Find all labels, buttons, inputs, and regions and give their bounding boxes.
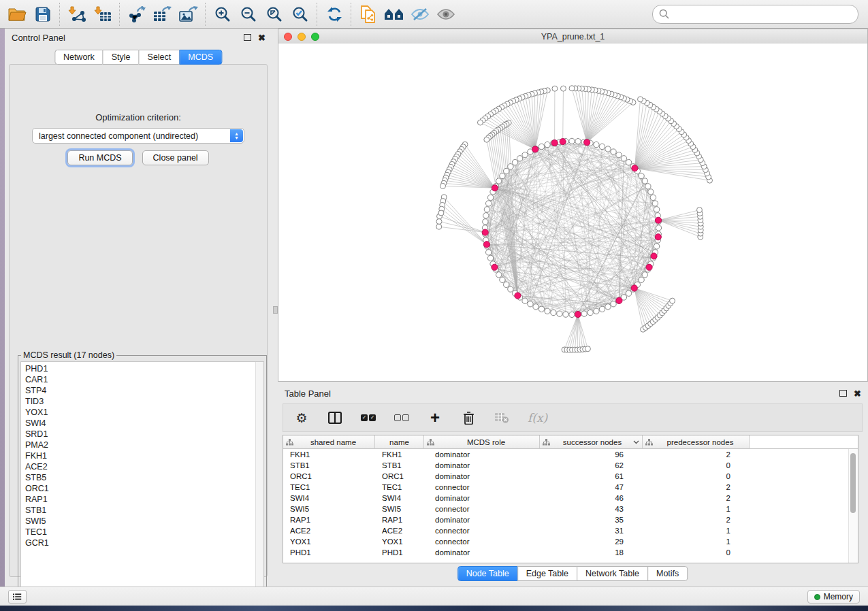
graph-node[interactable] — [599, 144, 605, 149]
tab-network-table[interactable]: Network Table — [577, 566, 648, 581]
graph-node[interactable] — [487, 255, 493, 261]
export-image-button[interactable] — [176, 2, 202, 27]
graph-node[interactable] — [645, 184, 651, 189]
refresh-button[interactable] — [321, 2, 347, 27]
column-header-successor[interactable]: successor nodes — [540, 435, 643, 449]
graph-node[interactable] — [696, 208, 702, 213]
column-header-shared_name[interactable]: shared name — [283, 435, 375, 449]
graph-node[interactable] — [632, 165, 638, 171]
graph-node[interactable] — [575, 139, 581, 144]
graph-node[interactable] — [436, 224, 442, 229]
search-input[interactable] — [673, 9, 858, 20]
tab-node-table[interactable]: Node Table — [457, 566, 518, 581]
table-row[interactable]: TEC1TEC1connector472 — [283, 482, 858, 493]
export-table-button[interactable] — [150, 2, 176, 27]
graph-node[interactable] — [569, 86, 575, 91]
zoom-in-button[interactable] — [210, 2, 236, 27]
graph-node[interactable] — [655, 234, 661, 240]
graph-node[interactable] — [588, 310, 593, 315]
graph-node[interactable] — [440, 183, 446, 188]
optimization-criterion-select[interactable]: largest connected component (undirected)… — [32, 128, 244, 144]
mcds-result-item[interactable]: TEC1 — [25, 527, 263, 538]
add-row-icon[interactable]: + — [428, 410, 443, 426]
memory-button[interactable]: Memory — [807, 590, 860, 604]
mcds-result-item[interactable]: STB5 — [25, 472, 263, 483]
import-table-button[interactable] — [90, 2, 116, 27]
graph-node[interactable] — [642, 178, 647, 184]
graph-node[interactable] — [482, 229, 488, 235]
graph-node[interactable] — [575, 312, 581, 318]
graph-node[interactable] — [484, 207, 489, 212]
graph-node[interactable] — [545, 308, 550, 314]
table-row[interactable]: ACE2ACE2connector311 — [283, 525, 858, 536]
table-row[interactable]: SWI5SWI5connector431 — [283, 503, 858, 514]
graph-node[interactable] — [611, 149, 616, 154]
save-session-button[interactable] — [30, 2, 56, 27]
graph-node[interactable] — [656, 225, 661, 231]
graph-node[interactable] — [650, 195, 656, 200]
graph-node[interactable] — [533, 304, 539, 310]
graph-node[interactable] — [436, 219, 442, 225]
float-panel-icon[interactable] — [244, 33, 251, 43]
mcds-result-item[interactable]: GCR1 — [25, 538, 263, 548]
graph-node[interactable] — [585, 346, 590, 352]
zoom-selected-button[interactable] — [287, 2, 313, 27]
graph-node[interactable] — [648, 189, 654, 195]
graph-node[interactable] — [569, 138, 575, 144]
hide-selected-button[interactable] — [407, 2, 433, 27]
graph-node[interactable] — [584, 139, 590, 146]
mcds-result-item[interactable]: SWI5 — [25, 516, 263, 527]
tab-select[interactable]: Select — [139, 50, 180, 65]
graph-node[interactable] — [569, 312, 575, 317]
column-header-name[interactable]: name — [375, 435, 424, 449]
mcds-result-item[interactable]: YOX1 — [25, 407, 263, 418]
tab-mcds[interactable]: MCDS — [179, 50, 222, 65]
graph-node[interactable] — [605, 304, 611, 310]
graph-node[interactable] — [581, 311, 587, 316]
table-row[interactable]: RAP1RAP1dominator352 — [283, 514, 858, 525]
graph-node[interactable] — [515, 293, 521, 299]
table-settings-icon[interactable]: ⚙ — [294, 410, 309, 426]
graph-node[interactable] — [599, 306, 605, 312]
mcds-result-item[interactable]: CAR1 — [25, 374, 263, 385]
graph-node[interactable] — [626, 291, 631, 296]
graph-node[interactable] — [551, 139, 558, 146]
mcds-result-item[interactable]: PHD1 — [25, 363, 263, 374]
result-scrollbar[interactable] — [255, 362, 263, 604]
graph-node[interactable] — [563, 312, 568, 317]
close-panel-button[interactable]: Close panel — [142, 150, 209, 165]
graph-node[interactable] — [594, 142, 599, 147]
mcds-result-item[interactable]: ORC1 — [25, 483, 263, 494]
graph-node[interactable] — [646, 264, 652, 270]
graph-node[interactable] — [539, 306, 544, 312]
task-history-button[interactable] — [8, 590, 27, 604]
graph-node[interactable] — [492, 185, 498, 191]
tab-style[interactable]: Style — [103, 50, 140, 65]
graph-node[interactable] — [651, 253, 657, 259]
graph-node[interactable] — [486, 250, 492, 255]
delete-rows-icon[interactable] — [461, 410, 476, 426]
table-row[interactable]: ORC1ORC1dominator610 — [283, 471, 858, 482]
graph-node[interactable] — [631, 285, 637, 291]
graph-node[interactable] — [638, 97, 643, 102]
graph-node[interactable] — [642, 272, 647, 278]
mcds-result-list[interactable]: PHD1CAR1STP4TID3YOX1SWI4SRD1PMA2FKH1ACE2… — [20, 361, 264, 605]
graph-node[interactable] — [654, 207, 659, 212]
graph-node[interactable] — [594, 308, 599, 314]
show-columns-icon[interactable] — [327, 410, 342, 426]
graph-node[interactable] — [626, 159, 631, 165]
graph-node[interactable] — [500, 277, 505, 282]
table-scrollbar[interactable] — [848, 449, 858, 563]
mcds-result-item[interactable]: FKH1 — [25, 450, 263, 461]
graph-node[interactable] — [621, 156, 626, 161]
table-row[interactable]: PHD1PHD1dominator180 — [283, 547, 858, 558]
graph-node[interactable] — [560, 86, 566, 91]
table-row[interactable]: YOX1YOX1connector291 — [283, 536, 858, 547]
table-row[interactable]: FKH1FKH1dominator962 — [283, 449, 858, 460]
graph-node[interactable] — [670, 298, 675, 303]
open-file-button[interactable] — [4, 2, 30, 27]
graph-node[interactable] — [605, 146, 611, 152]
graph-node[interactable] — [652, 201, 658, 206]
network-canvas[interactable] — [278, 44, 867, 381]
graph-node[interactable] — [611, 301, 616, 307]
